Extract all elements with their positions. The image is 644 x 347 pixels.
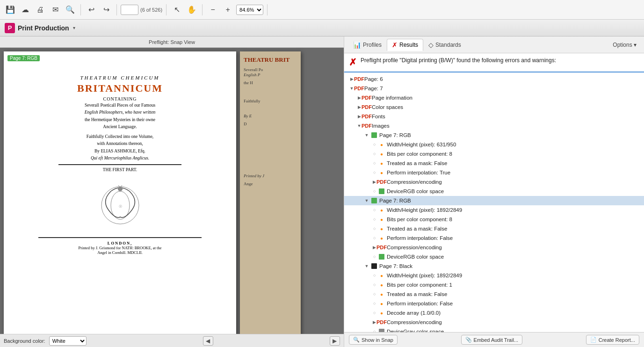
tree-item-icon <box>370 131 378 139</box>
tree-item[interactable]: DeviceRGB color space <box>344 252 644 261</box>
tree-item-label: Fonts <box>372 114 385 119</box>
snap-view-bar: Preflight: Snap View <box>0 36 344 48</box>
tree-item[interactable]: ●Perform interpolation: True <box>344 168 644 177</box>
results-icon: ✗ <box>392 41 398 49</box>
tree-item[interactable]: ●Bits per color component: 8 <box>344 149 644 159</box>
email-icon[interactable]: ✉ <box>49 3 62 16</box>
magnifier-icon: 🔍 <box>353 337 360 343</box>
bg-color-select[interactable]: White Black Gray Custom <box>49 336 87 346</box>
tree-item[interactable]: PDFPage: 6 <box>344 74 644 84</box>
tree-arrow[interactable] <box>370 206 378 214</box>
tree-arrow[interactable] <box>370 216 378 223</box>
tree-item[interactable]: DeviceGray color space <box>344 327 644 332</box>
cursor-icon[interactable]: ↖ <box>170 3 183 16</box>
undo-icon[interactable]: ↩ <box>85 3 98 16</box>
save-icon[interactable]: 💾 <box>4 3 17 16</box>
redo-icon[interactable]: ↪ <box>100 3 113 16</box>
zoom-in-icon[interactable]: + <box>221 3 234 16</box>
tree-arrow[interactable] <box>370 253 378 260</box>
tab-results[interactable]: ✗ Results <box>387 39 423 51</box>
tree-arrow[interactable] <box>370 281 378 289</box>
sep5 <box>267 4 268 15</box>
tree-arrow[interactable] <box>370 188 378 195</box>
print-icon[interactable]: 🖨 <box>34 3 47 16</box>
tree-arrow[interactable] <box>363 262 370 270</box>
tree-item[interactable]: Page 7: RGB <box>344 130 644 140</box>
show-snap-button[interactable]: 🔍 Show in Snap <box>349 335 398 345</box>
tree-arrow[interactable] <box>363 131 370 139</box>
tree-arrow[interactable] <box>370 169 378 176</box>
zoom-out-icon[interactable]: − <box>206 3 219 16</box>
tree-item[interactable]: Page 7: RGB <box>344 196 644 205</box>
tree-item[interactable]: PDFPage information <box>344 93 644 102</box>
doc-page2-text4: Faithfully <box>244 98 297 104</box>
tree-item-icon <box>370 197 378 204</box>
tree-item-icon: ● <box>378 225 385 232</box>
tree-item[interactable]: PDFColor spaces <box>344 102 644 112</box>
tree-item[interactable]: ●Treated as a mask: False <box>344 289 644 299</box>
tree-arrow[interactable] <box>370 150 378 158</box>
tree-item-icon: PDF <box>355 85 363 92</box>
tree-item[interactable]: PDFImages <box>344 121 644 130</box>
tree-arrow[interactable] <box>370 309 378 317</box>
tree-item-label: Page: 6 <box>364 76 383 82</box>
tree-arrow[interactable] <box>370 272 378 279</box>
app-title[interactable]: Print Production <box>18 24 69 32</box>
tree-item[interactable]: PDFPage: 7 <box>344 84 644 93</box>
tree-item-icon: ● <box>378 159 385 167</box>
main-layout: Preflight: Snap View Page 7: RGB THEATRU… <box>0 36 644 347</box>
tree-item[interactable]: ●Bits per color component: 8 <box>344 215 644 224</box>
tree-item-label: Treated as a mask: False <box>387 226 447 231</box>
tree-item[interactable]: ●Width/Height (pixel): 1892/2849 <box>344 271 644 280</box>
tree-item[interactable]: ●Perform interpolation: False <box>344 233 644 243</box>
tree-arrow[interactable] <box>370 225 378 232</box>
tree-arrow[interactable] <box>370 290 378 298</box>
tree-item[interactable]: ●Perform interpolation: False <box>344 299 644 308</box>
tree-item[interactable]: PDFCompression/encoding <box>344 318 644 327</box>
prev-page-btn[interactable]: ◀ <box>203 336 213 346</box>
tree-item-icon: ● <box>378 141 385 148</box>
tree-item[interactable]: Page 7: Black <box>344 261 644 271</box>
create-report-button[interactable]: 📄 Create Report... <box>586 335 639 345</box>
tree-item[interactable]: ●Treated as a mask: False <box>344 224 644 233</box>
app-title-arrow[interactable]: ▾ <box>73 25 75 30</box>
page-input[interactable] <box>121 5 138 15</box>
tree-arrow[interactable] <box>370 300 378 307</box>
tree-item-icon: PDF <box>363 122 370 130</box>
tree-item-label: Width/Height (pixel): 631/950 <box>387 142 456 147</box>
next-page-btn[interactable]: ▶ <box>330 336 340 346</box>
tree-item-label: Width/Height (pixel): 1892/2849 <box>387 207 462 213</box>
tree-item-icon: PDF <box>363 94 370 101</box>
tree-item[interactable]: PDFCompression/encoding <box>344 243 644 252</box>
tree-item-icon: ● <box>378 206 385 214</box>
tree-item[interactable]: ●Bits per color component: 1 <box>344 280 644 289</box>
hand-icon[interactable]: ✋ <box>185 3 198 16</box>
tab-profiles[interactable]: 📊 Profiles <box>348 39 387 51</box>
tree-item[interactable]: DeviceRGB color space <box>344 187 644 196</box>
doc-page2-text1: Severall Po <box>244 67 297 73</box>
tree-item-icon: PDF <box>355 75 363 83</box>
tree-item[interactable]: ●Width/Height (pixel): 1892/2849 <box>344 205 644 215</box>
embed-audit-button[interactable]: 📎 Embed Audit Trail... <box>461 335 522 345</box>
doc-page2-footer2: Ange <box>244 181 297 187</box>
tree-arrow[interactable] <box>370 141 378 148</box>
tree-item-label: Page: 7 <box>364 86 383 91</box>
tree-item[interactable]: ●Decode array (1.0/0.0) <box>344 308 644 318</box>
tree-item[interactable]: ●Treated as a mask: False <box>344 159 644 168</box>
tab-standards[interactable]: ◇ Standards <box>423 39 466 51</box>
doc-page2-title: THEATRU BRIT <box>244 56 297 64</box>
tree-item-icon: PDF <box>378 178 385 186</box>
tree-arrow[interactable] <box>370 328 378 332</box>
tree-arrow[interactable] <box>370 159 378 167</box>
tree-item[interactable]: PDFCompression/encoding <box>344 177 644 187</box>
tree-item[interactable]: PDFFonts <box>344 112 644 121</box>
zoom-select[interactable]: 84.6% <box>236 5 263 15</box>
search-icon[interactable]: 🔍 <box>64 3 77 16</box>
doc-subtitle2: English Philosophers, who have written <box>85 109 156 116</box>
tree-arrow[interactable] <box>370 234 378 242</box>
options-button[interactable]: Options ▾ <box>609 40 640 50</box>
snake-svg: ☉ <box>97 182 144 229</box>
upload-icon[interactable]: ☁ <box>19 3 32 16</box>
tree-item[interactable]: ●Width/Height (pixel): 631/950 <box>344 140 644 149</box>
tree-arrow[interactable] <box>363 197 370 204</box>
